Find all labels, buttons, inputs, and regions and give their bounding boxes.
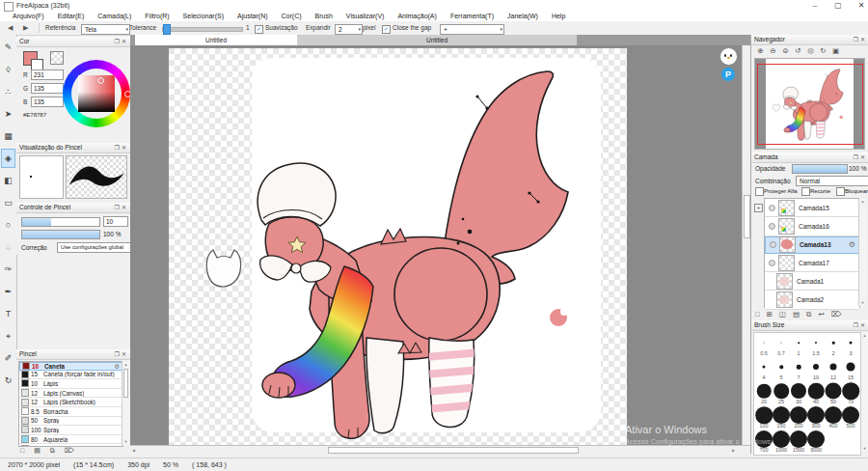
- zoom-100-icon[interactable]: ▣: [829, 45, 842, 57]
- layer-visibility-icon[interactable]: [769, 223, 775, 230]
- close-panel-icon[interactable]: ✕: [122, 351, 128, 357]
- layer-settings-icon[interactable]: ⚙: [849, 240, 855, 249]
- saturation-value-square[interactable]: [78, 75, 115, 112]
- brush-size-cell[interactable]: 400: [825, 406, 842, 430]
- layer-row[interactable]: + Camada15: [765, 199, 859, 217]
- menu-item[interactable]: Camada(L): [91, 12, 138, 21]
- brush-row[interactable]: 10 Lápis: [19, 379, 122, 389]
- brush-size-slider[interactable]: [21, 217, 100, 227]
- document-tab-inactive[interactable]: Untitled: [297, 35, 577, 45]
- duplicate-brush-icon[interactable]: ⧉: [50, 447, 55, 454]
- tolerance-slider[interactable]: [162, 27, 243, 32]
- layer-row[interactable]: Camada1: [765, 272, 859, 291]
- brush-row[interactable]: 50 Spray: [19, 417, 122, 427]
- menu-item[interactable]: Selecionar(S): [176, 12, 231, 21]
- new-folder-icon[interactable]: ▤: [793, 310, 800, 319]
- tool-move[interactable]: ➤: [1, 104, 15, 124]
- smoothing-checkbox[interactable]: ✓: [255, 25, 263, 34]
- protect-alpha-checkbox[interactable]: [755, 187, 764, 196]
- folder-expand-icon[interactable]: +: [754, 204, 763, 212]
- close-panel-icon[interactable]: ✕: [860, 154, 867, 160]
- brush-size-cell[interactable]: 7: [790, 358, 807, 382]
- tool-eyedropper[interactable]: ✐: [1, 348, 15, 368]
- layer-row[interactable]: Camada13 ⚙: [765, 236, 859, 254]
- vertical-scrollbar-handle[interactable]: [744, 195, 750, 238]
- maximize-button[interactable]: ▢: [827, 0, 849, 12]
- menu-item[interactable]: Help: [545, 12, 572, 21]
- transparent-color-swatch[interactable]: [50, 51, 64, 65]
- brush-size-input[interactable]: 10: [103, 216, 128, 227]
- brush-size-cell[interactable]: 500: [842, 406, 859, 430]
- close-button[interactable]: ✕: [851, 0, 868, 12]
- tool-rotate-view[interactable]: ↻: [1, 371, 15, 390]
- brush-size-cell[interactable]: 4: [755, 358, 773, 382]
- tool-select-brush[interactable]: ✑: [1, 260, 15, 279]
- minimize-button[interactable]: –: [804, 0, 826, 12]
- pixiv-badge[interactable]: P: [721, 68, 735, 81]
- brush-folder-icon[interactable]: ▤: [34, 447, 41, 454]
- menu-item[interactable]: Filtro(R): [138, 12, 176, 21]
- tool-lasso[interactable]: ○: [1, 215, 15, 235]
- zoom-in-icon[interactable]: ⊕: [754, 45, 767, 57]
- horizontal-scrollbar-handle[interactable]: [328, 447, 579, 454]
- blend-select[interactable]: Normal▾: [796, 176, 868, 186]
- brush-size-cell[interactable]: 70: [842, 382, 859, 406]
- menu-item[interactable]: Ajustar(N): [231, 12, 275, 21]
- layer-visibility-icon[interactable]: [769, 297, 773, 302]
- float-panel-icon[interactable]: ❐: [115, 39, 122, 44]
- brush-size-cell[interactable]: 700: [755, 430, 773, 455]
- brush-size-cell[interactable]: 200: [790, 406, 807, 430]
- tool-gradient[interactable]: ◧: [1, 171, 15, 190]
- correction-select[interactable]: Use configurações global▾: [57, 242, 141, 253]
- zoom-out-icon[interactable]: ⊖: [767, 45, 779, 57]
- menu-item[interactable]: Ferramenta(T): [444, 12, 501, 21]
- close-panel-icon[interactable]: ✕: [860, 37, 867, 42]
- tool-bucket[interactable]: ◈: [1, 149, 15, 168]
- tool-operation[interactable]: ⌖: [1, 326, 15, 346]
- merge-down-icon[interactable]: ↩: [818, 310, 824, 319]
- close-panel-icon[interactable]: ✕: [122, 145, 128, 151]
- brush-size-cell[interactable]: 1: [790, 334, 807, 358]
- float-panel-icon[interactable]: ❐: [115, 145, 122, 151]
- redo-icon[interactable]: ▶: [23, 21, 28, 35]
- layer-visibility-icon[interactable]: [770, 241, 776, 248]
- layer-visibility-icon[interactable]: [769, 205, 775, 211]
- rotate-reset-icon[interactable]: ◎: [804, 45, 817, 57]
- menu-item[interactable]: Janela(W): [501, 12, 545, 21]
- float-panel-icon[interactable]: ❐: [854, 154, 860, 160]
- float-panel-icon[interactable]: ❐: [854, 322, 860, 328]
- brush-size-cell[interactable]: 3: [842, 334, 859, 358]
- tool-blur[interactable]: ∴: [1, 82, 15, 101]
- navigator-view-rect[interactable]: [757, 64, 863, 145]
- clipping-checkbox[interactable]: [801, 187, 810, 196]
- menu-item[interactable]: Brush: [309, 12, 339, 21]
- brush-size-cell[interactable]: 15: [842, 358, 859, 382]
- brush-size-cell[interactable]: 1000: [773, 430, 790, 455]
- tool-select-pen[interactable]: ✒: [1, 282, 15, 301]
- brush-size-cell[interactable]: 1.5: [807, 334, 825, 358]
- menu-item[interactable]: Animação(A): [391, 12, 443, 21]
- menu-item[interactable]: Visualizar(V): [339, 12, 392, 21]
- new-brush-icon[interactable]: □: [20, 447, 24, 454]
- menu-item[interactable]: Arquivo(F): [6, 12, 51, 21]
- close-panel-icon[interactable]: ✕: [122, 205, 128, 210]
- reference-select[interactable]: Tela▾: [81, 24, 130, 35]
- layer-visibility-icon[interactable]: [769, 260, 775, 266]
- tool-eraser[interactable]: ◊: [1, 60, 15, 79]
- rotate-left-icon[interactable]: ↺: [792, 45, 804, 57]
- brush-size-cell[interactable]: 150: [773, 406, 790, 430]
- float-panel-icon[interactable]: ❐: [854, 37, 860, 42]
- brush-row[interactable]: 12 Lápis (Canvas): [19, 389, 122, 399]
- zoom-fit-icon[interactable]: ⊜: [779, 45, 792, 57]
- brush-size-cell[interactable]: 5: [773, 358, 790, 382]
- brush-size-cell[interactable]: 50: [825, 382, 842, 406]
- brush-row[interactable]: 8.5 Borracha: [19, 407, 122, 417]
- tool-magic-wand[interactable]: ◌: [1, 237, 15, 257]
- brush-row[interactable]: 15 Caneta (forçar fade in/out): [19, 371, 122, 380]
- brush-size-cell[interactable]: 40: [807, 382, 825, 406]
- brush-size-cell[interactable]: 0.5: [755, 334, 773, 358]
- user-avatar[interactable]: [719, 47, 738, 66]
- new-1bit-layer-icon[interactable]: ◫: [779, 310, 786, 319]
- brush-size-cell[interactable]: 12: [825, 358, 842, 382]
- brush-size-cell[interactable]: 3000: [807, 430, 825, 455]
